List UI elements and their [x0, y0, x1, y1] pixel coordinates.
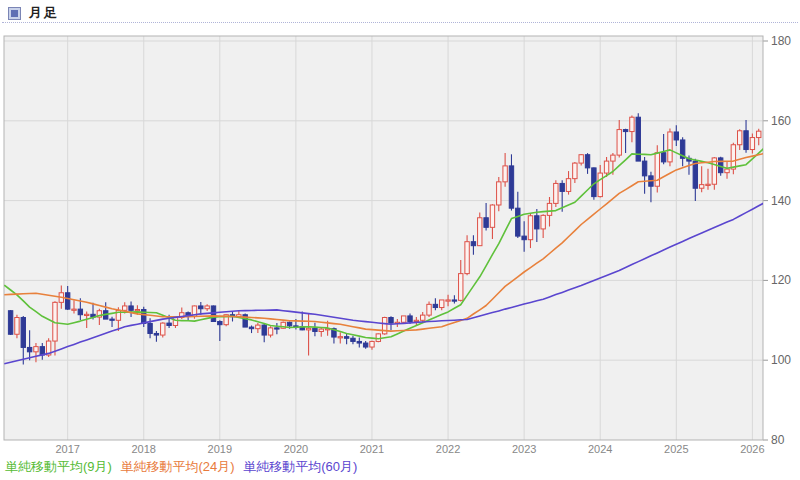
- candlestick-chart-plot[interactable]: 1801601401201008020172018201920202021202…: [0, 0, 800, 480]
- svg-text:2017: 2017: [55, 443, 79, 455]
- svg-text:140: 140: [771, 194, 791, 208]
- svg-text:120: 120: [771, 273, 791, 287]
- svg-text:2019: 2019: [208, 443, 232, 455]
- legend-item-sma24: 単純移動平均(24月): [121, 459, 235, 474]
- svg-text:2022: 2022: [436, 443, 460, 455]
- svg-text:160: 160: [771, 114, 791, 128]
- svg-text:180: 180: [771, 34, 791, 48]
- svg-text:100: 100: [771, 353, 791, 367]
- legend-item-sma9: 単純移動平均(9月): [5, 459, 112, 474]
- svg-text:2021: 2021: [360, 443, 384, 455]
- svg-text:2024: 2024: [588, 443, 612, 455]
- svg-text:80: 80: [771, 433, 785, 447]
- svg-text:2020: 2020: [284, 443, 308, 455]
- ma-legend: 単純移動平均(9月) 単純移動平均(24月) 単純移動平均(60月): [5, 458, 362, 476]
- svg-text:2018: 2018: [131, 443, 155, 455]
- svg-text:2023: 2023: [512, 443, 536, 455]
- legend-item-sma60: 単純移動平均(60月): [243, 459, 357, 474]
- svg-text:2025: 2025: [664, 443, 688, 455]
- svg-text:2026: 2026: [740, 443, 764, 455]
